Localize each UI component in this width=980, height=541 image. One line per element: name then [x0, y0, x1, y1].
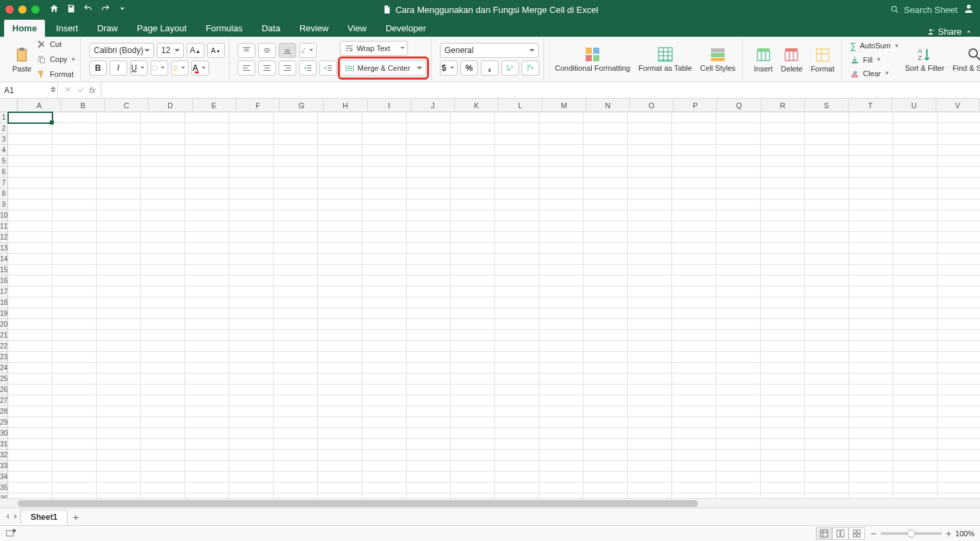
account-icon[interactable]	[963, 3, 975, 16]
column-header[interactable]: F	[236, 99, 280, 112]
row-header[interactable]: 27	[0, 395, 8, 406]
qat-dropdown-icon[interactable]	[117, 3, 127, 16]
orientation-button[interactable]	[299, 43, 317, 58]
tab-draw[interactable]: Draw	[89, 20, 126, 37]
decrease-decimal-button[interactable]: .00.0	[522, 61, 539, 76]
tab-developer[interactable]: Developer	[377, 20, 434, 37]
formula-bar[interactable]	[101, 82, 980, 98]
align-left-button[interactable]	[238, 61, 255, 76]
row-header[interactable]: 8	[0, 188, 8, 199]
column-header[interactable]: U	[892, 99, 936, 112]
comma-format-button[interactable]: ⸲	[481, 61, 499, 76]
row-header[interactable]: 19	[0, 308, 8, 319]
increase-font-button[interactable]: A▲	[187, 43, 204, 58]
row-header[interactable]: 25	[0, 374, 8, 384]
search-sheet[interactable]: Search Sheet	[890, 5, 958, 15]
fill-color-button[interactable]	[171, 61, 189, 76]
format-cells-button[interactable]: Format	[808, 45, 837, 74]
column-header[interactable]: Q	[717, 99, 761, 112]
macro-record-icon[interactable]	[5, 527, 16, 540]
row-header[interactable]: 14	[0, 254, 8, 265]
paste-button[interactable]: Paste	[10, 45, 34, 74]
row-header[interactable]: 15	[0, 265, 8, 276]
column-header[interactable]: P	[674, 99, 717, 112]
row-header[interactable]: 4	[0, 145, 8, 156]
row-header[interactable]: 36	[0, 493, 8, 498]
row-header[interactable]: 3	[0, 134, 8, 145]
merge-center-button[interactable]: Merge & Center	[341, 60, 426, 76]
column-header[interactable]: J	[411, 99, 455, 112]
column-header[interactable]: B	[61, 99, 105, 112]
page-break-view-button[interactable]	[849, 527, 865, 540]
underline-button[interactable]: U	[130, 61, 148, 76]
column-header[interactable]: M	[543, 99, 586, 112]
column-header[interactable]: D	[148, 99, 192, 112]
tab-view[interactable]: View	[339, 20, 375, 37]
font-size-select[interactable]: 12	[157, 43, 184, 58]
font-color-button[interactable]: A	[191, 61, 209, 76]
share-button[interactable]: Share	[926, 27, 962, 37]
tab-review[interactable]: Review	[291, 20, 337, 37]
row-header[interactable]: 20	[0, 319, 8, 330]
row-header[interactable]: 5	[0, 156, 8, 167]
align-right-button[interactable]	[279, 61, 296, 76]
column-header[interactable]: A	[18, 99, 61, 112]
decrease-font-button[interactable]: A▼	[207, 43, 225, 58]
row-header[interactable]: 6	[0, 167, 8, 178]
horizontal-scrollbar[interactable]	[0, 498, 980, 508]
row-header[interactable]: 28	[0, 406, 8, 417]
decrease-indent-button[interactable]	[299, 61, 317, 76]
row-header[interactable]: 11	[0, 221, 8, 232]
sheet-prev-icon[interactable]	[4, 512, 11, 522]
home-icon[interactable]	[49, 3, 59, 16]
row-header[interactable]: 18	[0, 297, 8, 308]
column-header[interactable]: K	[455, 99, 499, 112]
row-header[interactable]: 33	[0, 461, 8, 472]
autosum-button[interactable]: ∑AutoSum ▼	[850, 39, 899, 52]
close-window-button[interactable]	[5, 5, 14, 14]
insert-cells-button[interactable]: Insert	[751, 45, 776, 74]
tab-formulas[interactable]: Formulas	[197, 20, 251, 37]
row-header[interactable]: 34	[0, 472, 8, 482]
column-header[interactable]: V	[936, 99, 980, 112]
tab-data[interactable]: Data	[253, 20, 288, 37]
wrap-text-button[interactable]: Wrap Text	[340, 41, 408, 56]
row-header[interactable]: 29	[0, 417, 8, 428]
sort-filter-button[interactable]: AZSort & Filter	[902, 44, 947, 73]
column-header[interactable]: R	[761, 99, 805, 112]
align-bottom-button[interactable]	[279, 43, 296, 58]
name-box[interactable]: A1	[0, 82, 58, 98]
row-header[interactable]: 30	[0, 428, 8, 439]
undo-icon[interactable]	[83, 3, 93, 16]
fill-button[interactable]: Fill ▼	[850, 54, 899, 66]
row-header[interactable]: 13	[0, 243, 8, 254]
align-center-button[interactable]	[258, 61, 276, 76]
row-header[interactable]: 22	[0, 341, 8, 352]
accounting-format-button[interactable]: $	[440, 61, 458, 76]
zoom-slider[interactable]	[881, 532, 942, 535]
cut-button[interactable]: Cut	[37, 38, 76, 50]
row-header[interactable]: 31	[0, 439, 8, 450]
cell-grid[interactable]	[8, 112, 980, 498]
font-name-select[interactable]: Calibri (Body)	[89, 43, 154, 58]
column-header[interactable]: S	[805, 99, 849, 112]
copy-button[interactable]: Copy ▼	[37, 53, 76, 65]
row-header[interactable]: 23	[0, 352, 8, 363]
align-top-button[interactable]	[238, 43, 255, 58]
format-as-table-button[interactable]: Format as Table	[635, 44, 695, 73]
column-header[interactable]: O	[630, 99, 674, 112]
align-middle-button[interactable]	[258, 43, 276, 58]
number-format-select[interactable]: General	[440, 43, 539, 58]
italic-button[interactable]: I	[110, 61, 127, 76]
fx-icon[interactable]: fx	[89, 86, 95, 95]
normal-view-button[interactable]	[816, 527, 832, 540]
increase-decimal-button[interactable]: .0.00	[501, 61, 519, 76]
tab-home[interactable]: Home	[4, 20, 45, 37]
clear-button[interactable]: Clear ▼	[850, 67, 899, 80]
tab-insert[interactable]: Insert	[48, 20, 86, 37]
row-header[interactable]: 21	[0, 330, 8, 341]
row-header[interactable]: 24	[0, 363, 8, 374]
format-painter-button[interactable]: Format	[37, 68, 76, 80]
find-select-button[interactable]: Find & Select	[950, 44, 980, 73]
conditional-formatting-button[interactable]: Conditional Formatting	[552, 44, 633, 73]
